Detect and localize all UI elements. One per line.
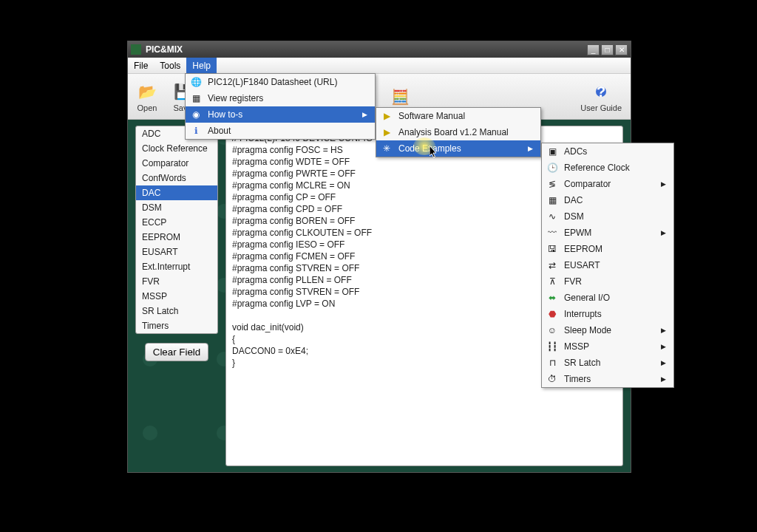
- help-datasheet[interactable]: 🌐 PIC12(L)F1840 Datasheet (URL): [186, 74, 375, 90]
- menu-help[interactable]: Help: [186, 58, 217, 73]
- titlebar: PIC&MIX _ □ ✕: [128, 41, 631, 58]
- example-epwm-label: EPWM: [564, 228, 591, 238]
- example-sleepmode-label: Sleep Mode: [564, 325, 611, 335]
- menubar: File Tools Help: [128, 58, 631, 74]
- sidebar-item-eeprom[interactable]: EEPROM: [136, 230, 217, 245]
- example-srlatch[interactable]: ⊓SR Latch▶: [542, 355, 673, 371]
- play-icon: ▶: [381, 110, 393, 122]
- example-eeprom-label: EEPROM: [564, 244, 602, 254]
- submenu-arrow-icon: ▶: [661, 343, 666, 350]
- menu-file[interactable]: File: [128, 58, 154, 73]
- example-dsm-label: DSM: [564, 211, 584, 222]
- help-datasheet-label: PIC12(L)F1840 Datasheet (URL): [208, 77, 337, 87]
- sidebar-item-srlatch[interactable]: SR Latch: [136, 304, 217, 318]
- globe-icon: 🌐: [190, 76, 202, 88]
- wave-icon: 〰: [546, 227, 558, 239]
- howto-code-examples-label: Code Examples: [398, 143, 461, 154]
- submenu-arrow-icon: ▶: [661, 375, 666, 383]
- sidebar-item-comparator[interactable]: Comparator: [136, 156, 217, 171]
- menu-tools[interactable]: Tools: [154, 58, 186, 73]
- example-mssp[interactable]: ┇┇MSSP▶: [542, 338, 673, 355]
- help-howtos[interactable]: ◉ How to-s ▶: [186, 106, 375, 123]
- sidebar-item-mssp[interactable]: MSSP: [136, 289, 217, 304]
- io-icon: ⬌: [546, 292, 558, 304]
- stop-icon: ⬣: [546, 308, 558, 320]
- module-list: ADC Clock Reference Comparator ConfWords…: [135, 126, 218, 334]
- sidebar-item-eccp[interactable]: ECCP: [136, 215, 217, 230]
- sidebar-item-clockref[interactable]: Clock Reference: [136, 141, 217, 156]
- sidebar: ADC Clock Reference Comparator ConfWords…: [135, 126, 218, 466]
- example-comparator[interactable]: ≶Comparator▶: [542, 176, 673, 192]
- userguide-label: User Guide: [580, 103, 622, 112]
- help-about-label: About: [208, 126, 231, 136]
- example-eusart[interactable]: ⇄EUSART: [542, 257, 673, 273]
- userguide-button[interactable]: ? User Guide: [577, 80, 625, 114]
- help-about[interactable]: ℹ About: [186, 123, 375, 139]
- howto-analysis-board-label: Analysis Board v1.2 Manual: [398, 127, 509, 137]
- uart-icon: ⇄: [546, 259, 558, 271]
- example-epwm[interactable]: 〰EPWM▶: [542, 225, 673, 241]
- help-viewregisters[interactable]: ▦ View registers: [186, 90, 375, 106]
- example-generalio[interactable]: ⬌General I/O: [542, 290, 673, 306]
- howtos-dropdown: ▶ Software Manual ▶ Analysis Board v1.2 …: [376, 107, 541, 157]
- example-dac-label: DAC: [564, 195, 583, 205]
- sidebar-item-confwords[interactable]: ConfWords: [136, 171, 217, 185]
- submenu-arrow-icon: ▶: [661, 359, 666, 366]
- sidebar-item-dsm[interactable]: DSM: [136, 200, 217, 215]
- window-title: PIC&MIX: [146, 44, 583, 55]
- play-icon: ▶: [381, 126, 393, 138]
- sidebar-item-extint[interactable]: Ext.Interrupt: [136, 259, 217, 274]
- example-eusart-label: EUSART: [564, 260, 600, 270]
- gear-icon: ✳: [381, 143, 393, 154]
- ring-icon: ◉: [190, 109, 202, 120]
- submenu-arrow-icon: ▶: [528, 145, 533, 152]
- submenu-arrow-icon: ▶: [661, 180, 666, 188]
- clear-field-button[interactable]: Clear Field: [145, 343, 208, 361]
- dac-icon: ▦: [546, 194, 558, 206]
- example-sleepmode[interactable]: ☺Sleep Mode▶: [542, 322, 673, 338]
- sidebar-item-eusart[interactable]: EUSART: [136, 245, 217, 259]
- example-dsm[interactable]: ∿DSM: [542, 208, 673, 225]
- example-refclock[interactable]: 🕒Reference Clock: [542, 160, 673, 176]
- maximize-button[interactable]: □: [601, 44, 614, 55]
- open-button[interactable]: 📂 Open: [134, 80, 160, 114]
- comparator-icon: ≶: [546, 178, 558, 190]
- example-srlatch-label: SR Latch: [564, 358, 600, 368]
- help-dropdown: 🌐 PIC12(L)F1840 Datasheet (URL) ▦ View r…: [185, 73, 376, 140]
- folder-open-icon: 📂: [137, 81, 157, 102]
- toolbar-extra-button[interactable]: 🧮: [387, 85, 413, 109]
- window-buttons: _ □ ✕: [587, 44, 628, 55]
- howto-code-examples[interactable]: ✳ Code Examples ▶: [376, 140, 540, 157]
- minimize-button[interactable]: _: [587, 44, 600, 55]
- help-howtos-label: How to-s: [208, 109, 242, 120]
- howto-analysis-board[interactable]: ▶ Analysis Board v1.2 Manual: [376, 124, 540, 140]
- example-interrupts[interactable]: ⬣Interrupts: [542, 306, 673, 322]
- submenu-arrow-icon: ▶: [661, 327, 666, 334]
- sr-icon: ⊓: [546, 357, 558, 369]
- calculator-icon: 🧮: [390, 86, 410, 107]
- app-icon: [131, 44, 141, 55]
- example-refclock-label: Reference Clock: [564, 163, 630, 173]
- help-viewregisters-label: View registers: [208, 93, 263, 103]
- example-dac[interactable]: ▦DAC: [542, 192, 673, 208]
- face-icon: ☺: [546, 324, 558, 336]
- fvr-icon: ⊼: [546, 276, 558, 287]
- sidebar-item-dac[interactable]: DAC: [136, 185, 217, 200]
- example-adcs[interactable]: ▣ADCs: [542, 143, 673, 160]
- example-timers[interactable]: ⏱Timers▶: [542, 371, 673, 387]
- example-eeprom[interactable]: 🖫EEPROM: [542, 241, 673, 257]
- mssp-icon: ┇┇: [546, 341, 558, 352]
- example-comparator-label: Comparator: [564, 179, 611, 189]
- table-icon: ▦: [190, 92, 202, 104]
- submenu-arrow-icon: ▶: [661, 229, 666, 236]
- howto-software-manual[interactable]: ▶ Software Manual: [376, 108, 540, 124]
- sidebar-item-timers[interactable]: Timers: [136, 318, 217, 333]
- close-button[interactable]: ✕: [615, 44, 628, 55]
- example-fvr-label: FVR: [564, 276, 582, 287]
- example-fvr[interactable]: ⊼FVR: [542, 273, 673, 290]
- clock-icon: 🕒: [546, 162, 558, 174]
- example-mssp-label: MSSP: [564, 341, 589, 352]
- chip-icon: ▣: [546, 146, 558, 157]
- sidebar-item-fvr[interactable]: FVR: [136, 274, 217, 289]
- examples-dropdown: ▣ADCs 🕒Reference Clock ≶Comparator▶ ▦DAC…: [541, 143, 674, 388]
